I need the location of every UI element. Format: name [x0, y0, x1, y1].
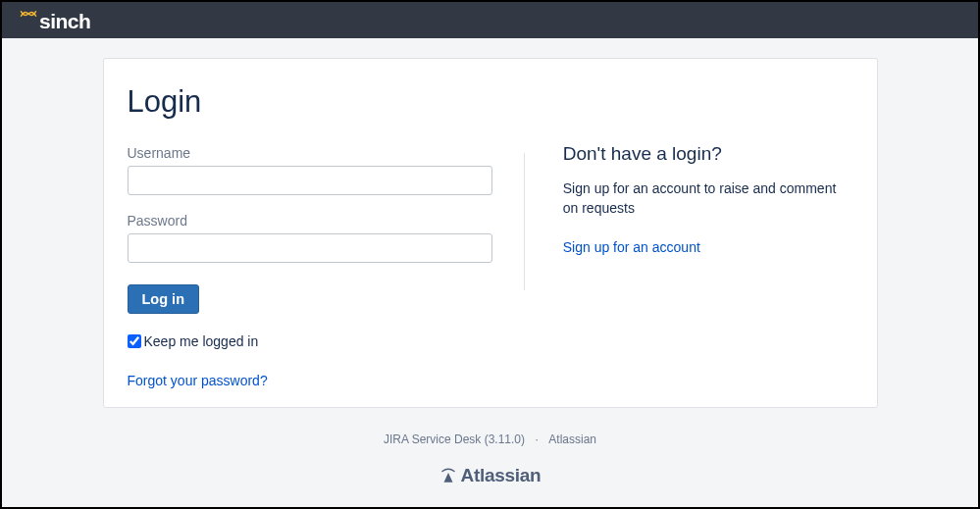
atlassian-logo-text: Atlassian — [461, 465, 542, 486]
atlassian-logo[interactable]: Atlassian — [2, 465, 978, 486]
login-card: Login Username Password Log in Keep me l… — [103, 58, 878, 408]
signup-title: Don't have a login? — [563, 143, 853, 165]
login-form-column: Login Username Password Log in Keep me l… — [128, 82, 524, 389]
username-input[interactable] — [128, 166, 492, 195]
password-input[interactable] — [128, 233, 492, 263]
password-label: Password — [128, 213, 524, 229]
footer: JIRA Service Desk (3.11.0) · Atlassian A… — [2, 430, 978, 486]
keep-logged-in-label: Keep me logged in — [144, 333, 259, 349]
signup-description: Sign up for an account to raise and comm… — [563, 178, 853, 219]
header-bar: sinch — [2, 2, 978, 38]
forgot-password-link[interactable]: Forgot your password? — [128, 373, 268, 388]
password-field-group: Password — [128, 213, 524, 263]
footer-vendor-link[interactable]: Atlassian — [548, 433, 596, 446]
signup-column: Don't have a login? Sign up for an accou… — [524, 82, 853, 389]
footer-product: JIRA Service Desk (3.11.0) — [384, 433, 525, 446]
vertical-divider — [524, 153, 525, 290]
username-field-group: Username — [128, 145, 524, 195]
brand-name: sinch — [39, 10, 90, 33]
page-background: Login Username Password Log in Keep me l… — [2, 38, 978, 507]
username-label: Username — [128, 145, 524, 161]
footer-separator: · — [536, 433, 539, 446]
signup-link[interactable]: Sign up for an account — [563, 239, 700, 255]
keep-logged-in-checkbox[interactable] — [128, 334, 141, 348]
login-title: Login — [128, 84, 524, 120]
sinch-icon — [20, 8, 37, 20]
login-button[interactable]: Log in — [128, 284, 200, 314]
keep-logged-in-row: Keep me logged in — [128, 333, 524, 349]
brand-logo[interactable]: sinch — [20, 9, 90, 32]
atlassian-icon — [439, 467, 457, 484]
